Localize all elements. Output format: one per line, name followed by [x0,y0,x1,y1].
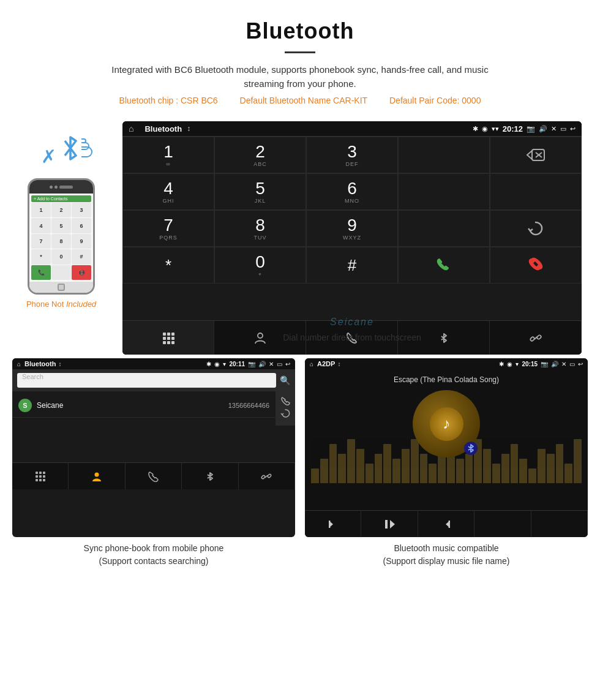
phone-key-6[interactable]: 6 [72,218,91,233]
pb-nav-bt[interactable] [182,463,238,489]
dial-end-button[interactable] [490,247,582,284]
music-cam-icon[interactable]: 📷 [541,361,548,367]
dial-key-1[interactable]: 1∞ [122,137,214,173]
volume-icon[interactable]: 🔊 [539,125,547,133]
phone-key-8[interactable]: 8 [51,234,71,249]
bluetooth-status-icon: ✱ [473,125,478,133]
phone-dots [50,186,73,189]
back-icon[interactable]: ↩ [570,125,576,133]
phone-key-7[interactable]: 7 [31,234,51,249]
contact-item[interactable]: S Seicane 13566664466 [12,394,276,418]
dial-key-0[interactable]: 0+ [214,247,306,284]
dial-empty-3 [490,173,582,210]
camera-icon[interactable]: 📷 [527,125,535,133]
search-icon[interactable]: 🔍 [280,375,290,385]
dial-empty-2 [398,173,490,210]
pb-nav-grid[interactable] [12,463,69,489]
page-header: Bluetooth Integrated with BC6 Bluetooth … [0,0,600,115]
dial-delete-button[interactable] [490,137,582,173]
dial-key-3[interactable]: 3DEF [306,137,398,173]
phone-key-2[interactable]: 2 [51,203,71,217]
dial-empty-4 [398,210,490,247]
dial-refresh-button[interactable] [490,210,582,247]
pb-right-phone[interactable] [280,396,290,408]
svg-rect-11 [171,341,174,344]
phone-key-1[interactable]: 1 [31,203,51,217]
pb-title: Bluetooth [24,360,56,367]
music-next-button[interactable] [418,511,474,537]
close-icon[interactable]: ✕ [551,125,557,133]
dial-key-4[interactable]: 4GHI [122,173,214,210]
dial-key-2[interactable]: 2ABC [214,137,306,173]
svg-rect-4 [167,333,170,336]
dial-key-9[interactable]: 9WXYZ [306,210,398,247]
search-input-field[interactable]: Search [17,373,276,388]
pb-close-icon[interactable]: ✕ [269,361,274,367]
main-section: ✗ + Add to Contacts [0,115,600,358]
phone-screen: + Add to Contacts 1 2 3 4 5 6 7 8 9 * 0 … [29,194,93,282]
svg-rect-15 [36,472,38,474]
phone-key-4[interactable]: 4 [31,218,51,233]
pb-nav-phone[interactable] [126,463,182,489]
signal-icon: ▾▾ [492,125,499,133]
dial-key-7[interactable]: 7PQRS [122,210,214,247]
pb-usb: ↕ [58,361,61,367]
dial-key-hash[interactable]: # [306,247,398,284]
window-icon[interactable]: ▭ [560,125,566,133]
dial-call-button[interactable] [398,247,490,284]
skip-forward-icon [440,518,452,530]
music-bt-icon: ✱ [499,361,504,367]
svg-rect-17 [43,472,45,474]
phone-key-5[interactable]: 5 [51,218,71,233]
pb-home-icon[interactable]: ⌂ [17,361,21,367]
pb-bt-icon: ✱ [206,361,211,367]
pb-time: 20:11 [229,361,245,367]
svg-rect-9 [163,341,166,344]
dial-key-6[interactable]: 6MNO [306,173,398,210]
music-prev-button[interactable] [305,511,361,537]
music-home-icon[interactable]: ⌂ [310,361,313,367]
music-win-icon[interactable]: ▭ [569,361,575,367]
phonebook-caption-line2: (Support contacts searching) [99,556,209,566]
nav-dialpad[interactable] [122,321,214,355]
search-placeholder: Search [22,373,43,380]
dial-key-star[interactable]: * [122,247,214,284]
dial-key-8[interactable]: 8TUV [214,210,306,247]
svg-rect-16 [39,472,42,474]
phonebook-screenshot: ⌂ Bluetooth ↕ ✱ ◉ ▾ 20:11 📷 🔊 ✕ ▭ ↩ [12,358,295,537]
home-icon[interactable]: ⌂ [129,124,133,134]
pb-back-icon[interactable]: ↩ [285,361,290,367]
phone-key-hash[interactable]: # [72,249,91,264]
svg-rect-21 [36,479,38,481]
dial-key-5[interactable]: 5JKL [214,173,306,210]
phone-key-star[interactable]: * [31,249,51,264]
music-play-pause-button[interactable] [361,511,418,537]
dial-keypad-grid: 1∞ 2ABC 3DEF [122,136,582,320]
phone-key-3[interactable]: 3 [72,203,91,217]
nav-settings[interactable] [490,321,582,355]
music-time: 20:15 [522,361,538,367]
pb-right-refresh[interactable] [280,408,290,421]
music-back-icon[interactable]: ↩ [578,361,583,367]
dialpad-icon [162,331,175,345]
end-call-icon [527,256,545,274]
music-close-icon[interactable]: ✕ [561,361,566,367]
pb-nav-person[interactable] [69,463,125,489]
svg-rect-5 [171,333,174,336]
pb-win-icon[interactable]: ▭ [277,361,282,367]
pb-vol-icon[interactable]: 🔊 [258,361,266,367]
svg-rect-22 [39,479,42,481]
contact-phone: 13566664466 [228,402,269,409]
phone-key-9[interactable]: 9 [72,234,91,249]
music-note-icon: ♪ [443,415,450,432]
screen-title: Bluetooth [144,124,182,134]
pb-cam-icon[interactable]: 📷 [248,361,255,367]
phone-key-end[interactable]: 📵 [72,265,91,280]
pb-nav-link[interactable] [239,463,295,489]
music-empty-2 [531,511,588,537]
music-vol-icon[interactable]: 🔊 [551,361,558,367]
phone-key-call[interactable]: 📞 [31,265,51,280]
phone-key-0[interactable]: 0 [51,249,71,264]
phone-home-button[interactable] [58,284,65,291]
phone-mockup: + Add to Contacts 1 2 3 4 5 6 7 8 9 * 0 … [28,178,95,295]
